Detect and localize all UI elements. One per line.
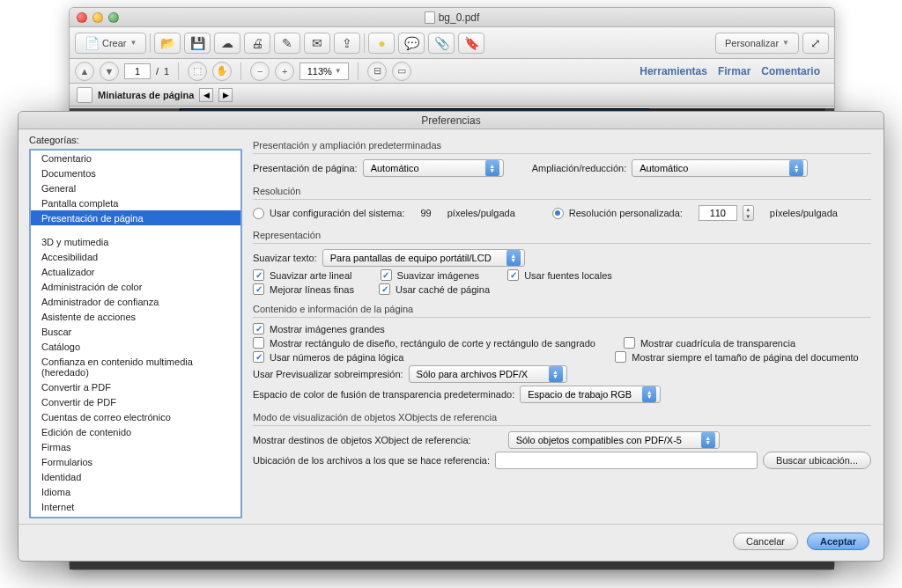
custom-resolution-label: Resolución personalizada:: [569, 208, 683, 218]
custom-resolution-input[interactable]: [699, 205, 737, 221]
system-ppi-value: 99: [420, 208, 431, 218]
category-item[interactable]: Catálogo: [31, 339, 240, 354]
xobject-show-select[interactable]: Sólo objetos compatibles con PDF/X-5▲▼: [508, 431, 720, 449]
transparency-grid-checkbox[interactable]: [624, 337, 635, 349]
attach-button[interactable]: 📎: [428, 33, 455, 54]
xobject-location-input[interactable]: [495, 452, 758, 469]
category-item[interactable]: Firmas: [31, 439, 240, 454]
category-item[interactable]: Comentario: [31, 151, 240, 165]
show-page-size-label: Mostrar siempre el tamaño de página del …: [632, 352, 858, 363]
category-item[interactable]: General: [31, 180, 240, 195]
local-fonts-checkbox[interactable]: [507, 269, 519, 281]
section-rendering: Representación: [253, 230, 871, 240]
enhance-lines-checkbox[interactable]: [253, 283, 264, 295]
category-item[interactable]: Pantalla completa: [31, 195, 240, 210]
browse-location-button[interactable]: Buscar ubicación...: [763, 452, 871, 469]
save-button[interactable]: 💾: [184, 33, 211, 54]
blend-space-select[interactable]: Espacio de trabajo RGB▲▼: [520, 386, 661, 403]
category-item[interactable]: Cuentas de correo electrónico: [31, 409, 240, 424]
fullscreen-button[interactable]: ⤢: [802, 33, 829, 54]
smooth-text-select[interactable]: Para pantallas de equipo portátil/LCD▲▼: [322, 249, 525, 267]
panel-next-button[interactable]: ▶: [218, 88, 233, 102]
smooth-images-checkbox[interactable]: [381, 269, 392, 281]
category-item[interactable]: Administración de color: [31, 279, 240, 294]
local-fonts-label: Usar fuentes locales: [524, 270, 612, 281]
category-item[interactable]: Accesibilidad: [31, 249, 240, 264]
hand-tool-button[interactable]: ✋: [212, 62, 232, 81]
personalize-button[interactable]: Personalizar ▼: [715, 33, 799, 54]
panel-prev-button[interactable]: ◀: [199, 88, 213, 102]
overprint-label: Usar Previsualizar sobreimpresión:: [253, 369, 403, 379]
category-item[interactable]: Identidad: [31, 469, 240, 484]
fit-width-button[interactable]: ⊟: [367, 62, 387, 81]
highlight-button[interactable]: ●: [368, 33, 395, 54]
zoom-in-button[interactable]: +: [275, 62, 294, 81]
stamp-button[interactable]: 🔖: [458, 33, 484, 54]
show-boxes-checkbox[interactable]: [253, 337, 264, 349]
zoom-select[interactable]: 113%▼: [299, 62, 349, 80]
select-tool-button[interactable]: ⬚: [188, 62, 207, 81]
logical-page-checkbox[interactable]: [253, 351, 264, 363]
section-resolution: Resolución: [253, 186, 871, 196]
dropdown-arrow-icon: ▲▼: [789, 160, 803, 176]
category-item[interactable]: Presentación de página: [31, 210, 240, 225]
category-item[interactable]: Actualizador: [31, 264, 240, 279]
note-button[interactable]: 💬: [398, 33, 425, 54]
note-icon: 💬: [404, 36, 418, 50]
smooth-line-art-checkbox[interactable]: [253, 269, 264, 281]
smooth-text-label: Suavizar texto:: [253, 253, 317, 263]
category-item[interactable]: Convertir de PDF: [31, 394, 240, 409]
highlight-icon: ●: [374, 36, 388, 50]
category-item[interactable]: Convertir a PDF: [31, 379, 240, 394]
large-images-label: Mostrar imágenes grandes: [270, 324, 385, 334]
zoom-select[interactable]: Automático▲▼: [632, 159, 808, 177]
categories-label: Categorías:: [29, 135, 242, 145]
category-item[interactable]: Buscar: [31, 324, 240, 339]
use-system-radio[interactable]: [253, 208, 264, 219]
category-item[interactable]: Confianza en contenido multimedia (hered…: [31, 354, 240, 379]
print-button[interactable]: 🖨: [244, 33, 270, 54]
next-page-button[interactable]: ▼: [100, 62, 119, 81]
category-item[interactable]: Administrador de confianza: [31, 294, 240, 309]
open-button[interactable]: 📂: [154, 33, 181, 54]
dropdown-arrow-icon: ▲▼: [701, 432, 715, 448]
category-item[interactable]: Formularios: [31, 454, 240, 469]
tools-link[interactable]: Herramientas: [640, 65, 707, 77]
create-button[interactable]: 📄 Crear ▼: [75, 33, 146, 54]
share-button[interactable]: ⇪: [334, 33, 360, 54]
show-boxes-label: Mostrar rectángulo de diseño, rectángulo…: [270, 338, 595, 349]
close-window-button[interactable]: [77, 12, 87, 23]
page-number-input[interactable]: [124, 63, 151, 79]
category-item[interactable]: 3D y mutimedia: [31, 234, 240, 249]
categories-list[interactable]: ComentarioDocumentosGeneralPantalla comp…: [29, 149, 242, 518]
page-cache-checkbox[interactable]: [379, 283, 390, 295]
logical-page-label: Usar números de página lógica: [270, 352, 403, 363]
email-button[interactable]: ✉: [304, 33, 330, 54]
cancel-button[interactable]: Cancelar: [733, 533, 798, 550]
category-item[interactable]: Edición de contenido: [31, 424, 240, 439]
smooth-images-label: Suavizar imágenes: [397, 270, 480, 281]
comment-link[interactable]: Comentario: [761, 65, 820, 77]
resolution-stepper[interactable]: ▲▼: [743, 205, 754, 221]
ok-button[interactable]: Aceptar: [807, 533, 869, 550]
edit-button[interactable]: ✎: [274, 33, 300, 54]
ppi-label-1: píxeles/pulgada: [447, 208, 515, 218]
overprint-select[interactable]: Sólo para archivos PDF/X▲▼: [409, 365, 567, 383]
show-page-size-checkbox[interactable]: [615, 351, 626, 363]
category-item[interactable]: Asistente de acciones: [31, 309, 240, 324]
zoom-out-button[interactable]: −: [250, 62, 270, 81]
category-item[interactable]: Documentos: [31, 165, 240, 180]
minimize-window-button[interactable]: [92, 12, 103, 23]
page-layout-select[interactable]: Automático▲▼: [363, 159, 504, 177]
zoom-window-button[interactable]: [108, 12, 119, 23]
fit-page-button[interactable]: ▭: [392, 62, 411, 81]
thumbnails-icon[interactable]: [77, 87, 92, 103]
cloud-button[interactable]: ☁: [214, 33, 240, 54]
custom-resolution-radio[interactable]: [552, 208, 564, 219]
xobject-location-label: Ubicación de los archivos a los que se h…: [253, 455, 490, 466]
large-images-checkbox[interactable]: [253, 323, 264, 334]
category-item[interactable]: Internet: [31, 499, 240, 514]
category-item[interactable]: Idioma: [31, 484, 240, 499]
prev-page-button[interactable]: ▲: [75, 62, 94, 81]
sign-link[interactable]: Firmar: [718, 65, 750, 77]
